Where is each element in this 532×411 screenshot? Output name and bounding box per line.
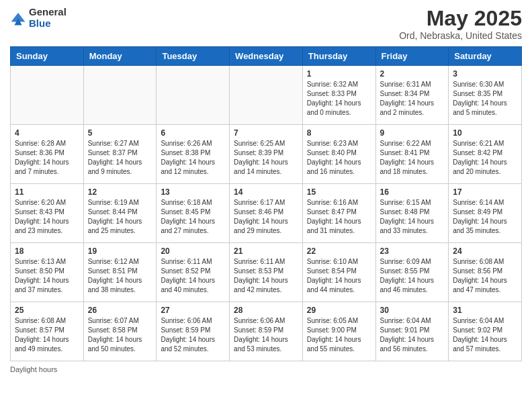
calendar-cell: 10Sunrise: 6:21 AM Sunset: 8:42 PM Dayli… [449, 125, 522, 184]
calendar-cell: 22Sunrise: 6:10 AM Sunset: 8:54 PM Dayli… [302, 243, 375, 302]
day-number: 12 [88, 187, 152, 197]
day-number: 28 [234, 306, 298, 315]
day-number: 6 [161, 128, 225, 138]
day-info: Sunrise: 6:19 AM Sunset: 8:44 PM Dayligh… [88, 198, 152, 236]
day-info: Sunrise: 6:27 AM Sunset: 8:37 PM Dayligh… [88, 139, 152, 177]
calendar-cell: 16Sunrise: 6:15 AM Sunset: 8:48 PM Dayli… [375, 184, 449, 243]
day-info: Sunrise: 6:05 AM Sunset: 9:00 PM Dayligh… [307, 316, 371, 354]
footer-label: Daylight hours [10, 365, 57, 373]
calendar-week-row: 4Sunrise: 6:28 AM Sunset: 8:36 PM Daylig… [11, 125, 522, 184]
calendar-cell: 7Sunrise: 6:25 AM Sunset: 8:39 PM Daylig… [230, 125, 303, 184]
calendar-cell: 19Sunrise: 6:12 AM Sunset: 8:51 PM Dayli… [83, 243, 157, 302]
calendar-cell: 5Sunrise: 6:27 AM Sunset: 8:37 PM Daylig… [83, 125, 157, 184]
calendar-week-row: 25Sunrise: 6:08 AM Sunset: 8:57 PM Dayli… [11, 302, 522, 361]
day-number: 9 [380, 128, 445, 138]
day-number: 27 [161, 306, 225, 315]
calendar-cell: 31Sunrise: 6:04 AM Sunset: 9:02 PM Dayli… [449, 302, 522, 361]
day-info: Sunrise: 6:08 AM Sunset: 8:56 PM Dayligh… [453, 257, 517, 295]
day-number: 21 [234, 246, 298, 256]
day-info: Sunrise: 6:25 AM Sunset: 8:39 PM Dayligh… [234, 139, 298, 177]
day-number: 14 [234, 187, 298, 197]
logo: General Blue [10, 7, 66, 29]
day-number: 1 [307, 69, 371, 79]
day-info: Sunrise: 6:15 AM Sunset: 8:48 PM Dayligh… [380, 198, 445, 236]
day-number: 25 [15, 306, 79, 315]
calendar-header-row: SundayMondayTuesdayWednesdayThursdayFrid… [11, 47, 522, 66]
day-number: 31 [453, 306, 517, 315]
day-number: 18 [15, 246, 79, 256]
day-info: Sunrise: 6:13 AM Sunset: 8:50 PM Dayligh… [15, 257, 79, 295]
day-info: Sunrise: 6:14 AM Sunset: 8:49 PM Dayligh… [453, 198, 517, 236]
day-number: 20 [161, 246, 225, 256]
calendar-cell: 11Sunrise: 6:20 AM Sunset: 8:43 PM Dayli… [11, 184, 84, 243]
calendar-cell [11, 66, 84, 125]
logo-blue-text: Blue [29, 18, 66, 30]
calendar-cell: 1Sunrise: 6:32 AM Sunset: 8:33 PM Daylig… [302, 66, 375, 125]
calendar-week-row: 1Sunrise: 6:32 AM Sunset: 8:33 PM Daylig… [11, 66, 522, 125]
day-number: 3 [453, 69, 517, 79]
day-info: Sunrise: 6:16 AM Sunset: 8:47 PM Dayligh… [307, 198, 371, 236]
day-info: Sunrise: 6:31 AM Sunset: 8:34 PM Dayligh… [380, 80, 445, 118]
calendar-cell: 27Sunrise: 6:06 AM Sunset: 8:59 PM Dayli… [157, 302, 230, 361]
calendar-day-header: Wednesday [230, 47, 303, 66]
day-info: Sunrise: 6:23 AM Sunset: 8:40 PM Dayligh… [307, 139, 371, 177]
calendar-cell: 13Sunrise: 6:18 AM Sunset: 8:45 PM Dayli… [157, 184, 230, 243]
day-info: Sunrise: 6:08 AM Sunset: 8:57 PM Dayligh… [15, 316, 79, 354]
calendar-cell: 6Sunrise: 6:26 AM Sunset: 8:38 PM Daylig… [157, 125, 230, 184]
day-info: Sunrise: 6:06 AM Sunset: 8:59 PM Dayligh… [161, 316, 225, 354]
calendar-week-row: 11Sunrise: 6:20 AM Sunset: 8:43 PM Dayli… [11, 184, 522, 243]
subtitle: Ord, Nebraska, United States [399, 30, 522, 41]
calendar-cell: 20Sunrise: 6:11 AM Sunset: 8:52 PM Dayli… [157, 243, 230, 302]
day-number: 24 [453, 246, 517, 256]
day-number: 5 [88, 128, 152, 138]
calendar-cell: 21Sunrise: 6:11 AM Sunset: 8:53 PM Dayli… [230, 243, 303, 302]
calendar-cell: 23Sunrise: 6:09 AM Sunset: 8:55 PM Dayli… [375, 243, 449, 302]
footer-note: Daylight hours [10, 365, 522, 373]
day-info: Sunrise: 6:11 AM Sunset: 8:52 PM Dayligh… [161, 257, 225, 295]
logo-general-text: General [29, 7, 66, 18]
day-number: 16 [380, 187, 445, 197]
calendar-day-header: Friday [375, 47, 449, 66]
calendar-cell: 12Sunrise: 6:19 AM Sunset: 8:44 PM Dayli… [83, 184, 157, 243]
day-number: 11 [15, 187, 79, 197]
day-info: Sunrise: 6:10 AM Sunset: 8:54 PM Dayligh… [307, 257, 371, 295]
calendar-day-header: Thursday [302, 47, 375, 66]
day-info: Sunrise: 6:09 AM Sunset: 8:55 PM Dayligh… [380, 257, 445, 295]
day-info: Sunrise: 6:26 AM Sunset: 8:38 PM Dayligh… [161, 139, 225, 177]
day-info: Sunrise: 6:32 AM Sunset: 8:33 PM Dayligh… [307, 80, 371, 118]
day-number: 10 [453, 128, 517, 138]
day-info: Sunrise: 6:30 AM Sunset: 8:35 PM Dayligh… [453, 80, 517, 118]
calendar-day-header: Tuesday [157, 47, 230, 66]
day-info: Sunrise: 6:18 AM Sunset: 8:45 PM Dayligh… [161, 198, 225, 236]
day-info: Sunrise: 6:22 AM Sunset: 8:41 PM Dayligh… [380, 139, 445, 177]
day-number: 29 [307, 306, 371, 315]
day-number: 19 [88, 246, 152, 256]
day-info: Sunrise: 6:28 AM Sunset: 8:36 PM Dayligh… [15, 139, 79, 177]
day-number: 4 [15, 128, 79, 138]
calendar-table: SundayMondayTuesdayWednesdayThursdayFrid… [10, 46, 522, 361]
calendar-cell: 3Sunrise: 6:30 AM Sunset: 8:35 PM Daylig… [449, 66, 522, 125]
day-info: Sunrise: 6:11 AM Sunset: 8:53 PM Dayligh… [234, 257, 298, 295]
day-number: 26 [88, 306, 152, 315]
page-header: General Blue May 2025 Ord, Nebraska, Uni… [10, 7, 522, 41]
day-info: Sunrise: 6:06 AM Sunset: 8:59 PM Dayligh… [234, 316, 298, 354]
calendar-cell [157, 66, 230, 125]
logo-icon [10, 10, 26, 26]
calendar-cell: 26Sunrise: 6:07 AM Sunset: 8:58 PM Dayli… [83, 302, 157, 361]
calendar-cell: 28Sunrise: 6:06 AM Sunset: 8:59 PM Dayli… [230, 302, 303, 361]
calendar-cell [83, 66, 157, 125]
day-number: 17 [453, 187, 517, 197]
calendar-cell: 8Sunrise: 6:23 AM Sunset: 8:40 PM Daylig… [302, 125, 375, 184]
day-number: 2 [380, 69, 445, 79]
calendar-week-row: 18Sunrise: 6:13 AM Sunset: 8:50 PM Dayli… [11, 243, 522, 302]
calendar-day-header: Monday [83, 47, 157, 66]
calendar-day-header: Saturday [449, 47, 522, 66]
day-info: Sunrise: 6:21 AM Sunset: 8:42 PM Dayligh… [453, 139, 517, 177]
day-info: Sunrise: 6:04 AM Sunset: 9:01 PM Dayligh… [380, 316, 445, 354]
day-number: 15 [307, 187, 371, 197]
logo-text: General Blue [29, 7, 66, 29]
calendar-day-header: Sunday [11, 47, 84, 66]
day-number: 8 [307, 128, 371, 138]
calendar-cell: 29Sunrise: 6:05 AM Sunset: 9:00 PM Dayli… [302, 302, 375, 361]
calendar-cell: 4Sunrise: 6:28 AM Sunset: 8:36 PM Daylig… [11, 125, 84, 184]
